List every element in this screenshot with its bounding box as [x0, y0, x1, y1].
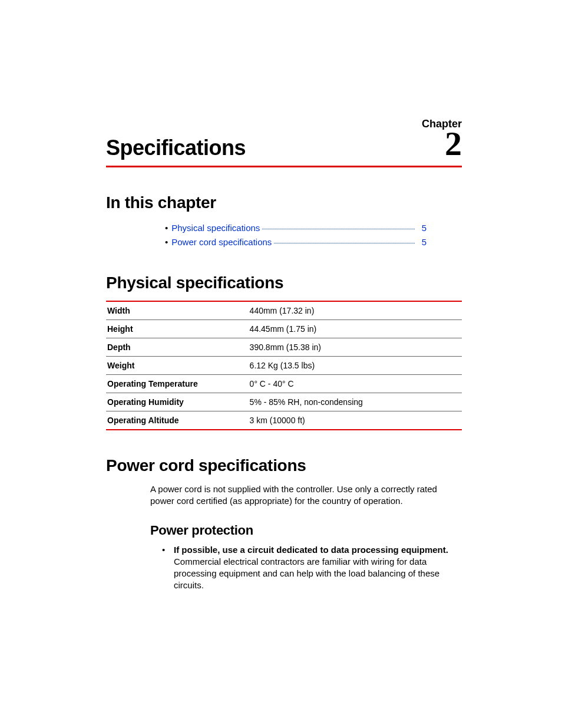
toc-leader-dots [274, 243, 415, 243]
spec-key: Weight [106, 357, 249, 375]
table-row: Height 44.45mm (1.75 in) [106, 320, 462, 338]
list-item-lead: If possible, use a circuit dedicated to … [174, 545, 448, 555]
table-row: Weight 6.12 Kg (13.5 lbs) [106, 357, 462, 375]
toc-page-number[interactable]: 5 [417, 223, 427, 233]
spec-key: Depth [106, 338, 249, 357]
toc: • Physical specifications 5 • Power cord… [165, 223, 427, 248]
bullet-icon: • [165, 237, 168, 247]
power-cord-intro: A power cord is not supplied with the co… [150, 483, 462, 508]
list-item: If possible, use a circuit dedicated to … [162, 544, 462, 592]
chapter-title-row: Specifications 2 [106, 127, 462, 167]
toc-page-number[interactable]: 5 [417, 237, 427, 247]
section-in-this-chapter: In this chapter [106, 193, 462, 212]
spec-value: 0° C - 40° C [249, 375, 462, 393]
table-row: Width 440mm (17.32 in) [106, 301, 462, 320]
section-power-cord-specifications: Power cord specifications [106, 456, 462, 475]
spec-value: 3 km (10000 ft) [249, 411, 462, 430]
table-row: Depth 390.8mm (15.38 in) [106, 338, 462, 357]
spec-key: Operating Temperature [106, 375, 249, 393]
physical-specifications-table: Width 440mm (17.32 in) Height 44.45mm (1… [106, 301, 462, 430]
spec-key: Operating Altitude [106, 411, 249, 430]
table-row: Operating Temperature 0° C - 40° C [106, 375, 462, 393]
bullet-icon: • [165, 223, 168, 233]
spec-key: Operating Humidity [106, 393, 249, 411]
spec-value: 5% - 85% RH, non-condensing [249, 393, 462, 411]
power-protection-list: If possible, use a circuit dedicated to … [162, 544, 462, 592]
list-item-rest: Commercial electrical contractors are fa… [174, 556, 439, 591]
spec-value: 44.45mm (1.75 in) [249, 320, 462, 338]
spec-key: Height [106, 320, 249, 338]
document-page: Chapter Specifications 2 In this chapter… [0, 0, 562, 651]
spec-value: 390.8mm (15.38 in) [249, 338, 462, 357]
toc-leader-dots [262, 229, 415, 229]
table-row: Operating Altitude 3 km (10000 ft) [106, 411, 462, 430]
spec-key: Width [106, 301, 249, 320]
subsection-power-protection: Power protection [150, 523, 462, 538]
toc-link-power-cord[interactable]: Power cord specifications [171, 237, 272, 247]
section-physical-specifications: Physical specifications [106, 274, 462, 292]
table-row: Operating Humidity 5% - 85% RH, non-cond… [106, 393, 462, 411]
spec-value: 440mm (17.32 in) [249, 301, 462, 320]
toc-item[interactable]: • Power cord specifications 5 [165, 237, 427, 248]
chapter-title: Specifications [106, 136, 246, 160]
chapter-number: 2 [445, 127, 462, 161]
toc-item[interactable]: • Physical specifications 5 [165, 223, 427, 233]
toc-link-physical[interactable]: Physical specifications [171, 223, 260, 233]
spec-value: 6.12 Kg (13.5 lbs) [249, 357, 462, 375]
